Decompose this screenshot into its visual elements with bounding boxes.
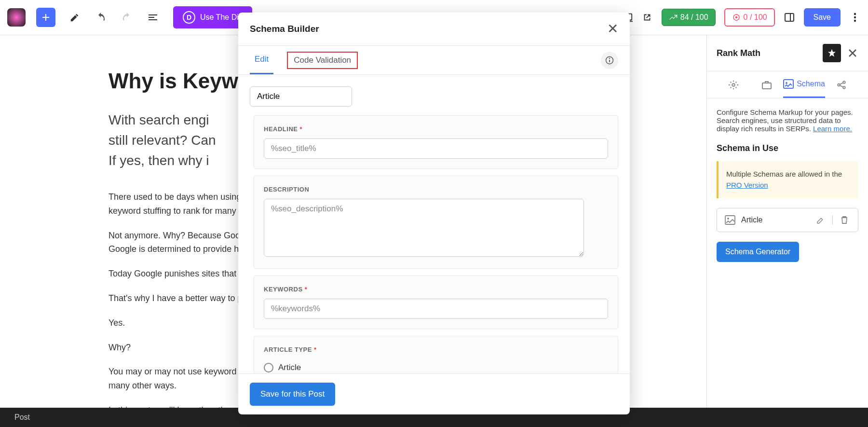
tab-code-validation[interactable]: Code Validation bbox=[287, 52, 358, 69]
headline-label: HEADLINE * bbox=[264, 125, 608, 133]
article-type-option[interactable]: Article bbox=[264, 359, 608, 373]
description-input[interactable] bbox=[264, 199, 584, 257]
schema-name-input[interactable] bbox=[250, 86, 352, 107]
close-modal-button[interactable]: ✕ bbox=[607, 22, 618, 36]
info-button[interactable] bbox=[601, 52, 618, 69]
modal-title: Schema Builder bbox=[250, 24, 319, 34]
tab-edit[interactable]: Edit bbox=[250, 46, 273, 74]
description-label: DESCRIPTION bbox=[264, 186, 608, 193]
article-type-label: ARTICLE TYPE * bbox=[264, 346, 608, 353]
keywords-input[interactable] bbox=[264, 299, 608, 319]
svg-point-17 bbox=[609, 58, 610, 59]
keywords-label: KEYWORDS * bbox=[264, 286, 608, 293]
modal-overlay: Schema Builder ✕ Edit Code Validation HE… bbox=[0, 0, 868, 427]
headline-input[interactable] bbox=[264, 138, 608, 159]
radio-icon bbox=[264, 363, 273, 372]
schema-builder-modal: Schema Builder ✕ Edit Code Validation HE… bbox=[238, 13, 630, 414]
save-for-post-button[interactable]: Save for this Post bbox=[250, 383, 335, 406]
info-icon bbox=[605, 56, 614, 65]
